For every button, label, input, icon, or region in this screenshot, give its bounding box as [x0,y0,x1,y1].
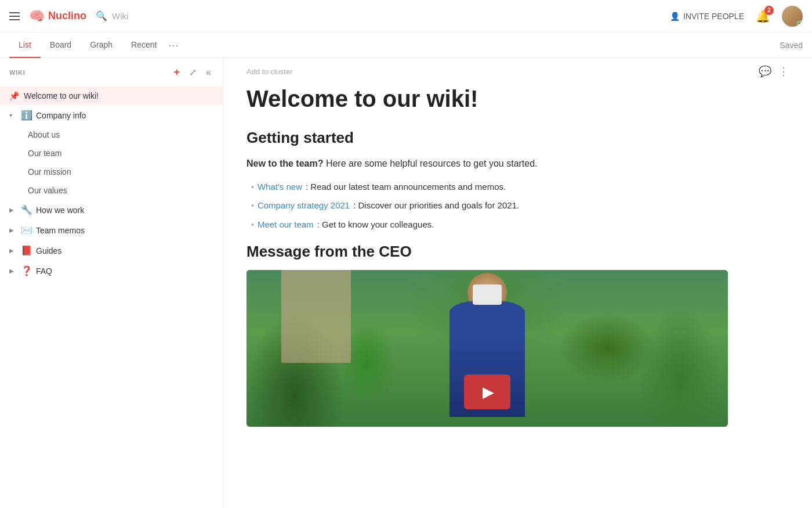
intro-bold: New to the team? [246,158,323,168]
sidebar-actions: + ⤢ « [172,65,213,80]
intro-text: Here are some helpful resources to get y… [323,158,537,168]
sidebar-section-company-info: ▾ ℹ️ Company info About us Our team Our … [0,105,223,200]
sidebar-title: WIKI [9,69,167,76]
section-emoji-guides: 📕 [21,245,32,256]
ceo-heading: Message from the CEO [246,243,789,261]
invite-label: INVITE PEOPLE [683,12,744,21]
chevron-right-icon: ▶ [9,227,17,233]
sidebar-item-welcome[interactable]: 📌 Welcome to our wiki! [0,87,223,105]
section-label-guides: Guides [36,246,201,255]
sub-items-company-info: About us Our team Our mission Our values [5,125,223,200]
section-emoji-work: 🔧 [21,204,32,215]
section-header-team-memos[interactable]: ▶ ✉️ Team memos [5,220,223,240]
sidebar-item-our-values[interactable]: Our values [23,181,223,200]
sidebar-section-faq: ▶ ❓ FAQ [0,261,223,281]
add-item-button[interactable]: + [172,65,183,80]
tabs-more-button[interactable]: ⋯ [168,39,179,52]
play-button[interactable]: ▶ [464,374,510,409]
nav-right: 👤 INVITE PEOPLE 🔔 2 [670,6,803,27]
sidebar-item-our-mission[interactable]: Our mission [23,163,223,181]
list-item: What's new: Read our latest team announc… [251,181,789,194]
section-emoji-company: ℹ️ [21,110,32,121]
add-to-cluster-button[interactable]: Add to cluster [246,67,293,76]
page-title: Welcome to our wiki! [246,85,789,113]
search-label: Wiki [112,11,128,21]
saved-indicator: Saved [780,41,803,50]
tabs-bar: List Board Graph Recent ⋯ Saved [0,33,812,58]
section-header-faq[interactable]: ▶ ❓ FAQ [5,261,223,281]
logo-icon: 🧠 [29,9,45,24]
online-indicator [797,21,802,26]
sub-item-label: About us [28,130,60,139]
meet-team-link[interactable]: Meet our team [258,218,314,232]
sidebar-item-about-us[interactable]: About us [23,125,223,144]
notifications-button[interactable]: 🔔 2 [756,9,770,23]
section-label-team-memos: Team memos [36,226,201,235]
section-label-company-info: Company info [36,111,201,120]
sub-item-label: Our mission [28,167,71,176]
sidebar-item-label: Welcome to our wiki! [24,91,200,100]
section-header-company-info[interactable]: ▾ ℹ️ Company info [5,105,223,125]
building-background [281,270,351,363]
tab-board[interactable]: Board [41,33,81,58]
section-emoji-memos: ✉️ [21,225,32,236]
resource-description: : Discover our priorities and goals for … [353,199,519,212]
tab-graph[interactable]: Graph [81,33,122,58]
sidebar-section-how-we-work: ▶ 🔧 How we work [0,200,223,220]
content-header: Add to cluster 💬 ⋮ [223,58,812,78]
section-header-guides[interactable]: ▶ 📕 Guides [5,240,223,261]
search-bar[interactable]: 🔍 Wiki [96,10,661,21]
content-area: Add to cluster 💬 ⋮ Welcome to our wiki! … [223,58,812,508]
sub-item-label: Our values [28,186,67,195]
logo[interactable]: 🧠 Nuclino [29,9,86,24]
comments-button[interactable]: 💬 [759,65,771,78]
sidebar-item-our-team[interactable]: Our team [23,144,223,163]
section-header-how-we-work[interactable]: ▶ 🔧 How we work [5,200,223,220]
search-icon: 🔍 [96,10,107,21]
user-avatar[interactable] [782,6,803,27]
section-emoji-faq: ❓ [21,265,32,276]
sub-item-label: Our team [28,149,61,158]
collapse-sidebar-button[interactable]: « [204,65,213,80]
chevron-right-icon: ▶ [9,247,17,254]
invite-people-button[interactable]: 👤 INVITE PEOPLE [670,12,744,21]
resource-description: : Get to know your colleagues. [317,218,434,232]
list-item: Company strategy 2021: Discover our prio… [251,199,789,212]
top-navigation: 🧠 Nuclino 🔍 Wiki 👤 INVITE PEOPLE 🔔 2 [0,0,812,33]
main-layout: WIKI + ⤢ « 📌 Welcome to our wiki! ▾ ℹ️ C… [0,58,812,508]
resource-list: What's new: Read our latest team announc… [246,181,789,232]
more-options-button[interactable]: ⋮ [778,65,789,78]
sidebar-header: WIKI + ⤢ « [0,58,223,87]
play-icon: ▶ [483,383,494,401]
notification-badge: 2 [764,6,774,15]
resource-description: : Read our latest team announcements and… [306,181,506,194]
content-actions: 💬 ⋮ [759,65,789,78]
sidebar: WIKI + ⤢ « 📌 Welcome to our wiki! ▾ ℹ️ C… [0,58,223,508]
intro-paragraph: New to the team? Here are some helpful r… [246,156,789,171]
pin-icon: 📌 [9,91,19,100]
hamburger-menu[interactable] [9,12,20,20]
whats-new-link[interactable]: What's new [258,181,302,194]
sidebar-section-guides: ▶ 📕 Guides [0,240,223,261]
chevron-right-icon: ▶ [9,207,17,213]
content-body: Welcome to our wiki! Getting started New… [223,78,812,450]
chevron-down-icon: ▾ [9,112,17,118]
list-item: Meet our team: Get to know your colleagu… [251,218,789,232]
section-label-faq: FAQ [36,266,201,276]
chevron-right-icon: ▶ [9,268,17,274]
sidebar-section-team-memos: ▶ ✉️ Team memos [0,220,223,240]
ceo-video[interactable]: ▶ [246,270,728,427]
invite-icon: 👤 [670,12,680,21]
expand-button[interactable]: ⤢ [187,65,199,80]
tab-list[interactable]: List [9,33,41,58]
company-strategy-link[interactable]: Company strategy 2021 [258,199,350,212]
tab-recent[interactable]: Recent [122,33,166,58]
person-shirt [473,284,502,305]
section-label-how-we-work: How we work [36,206,201,215]
getting-started-heading: Getting started [246,129,789,147]
logo-text: Nuclino [48,10,86,22]
